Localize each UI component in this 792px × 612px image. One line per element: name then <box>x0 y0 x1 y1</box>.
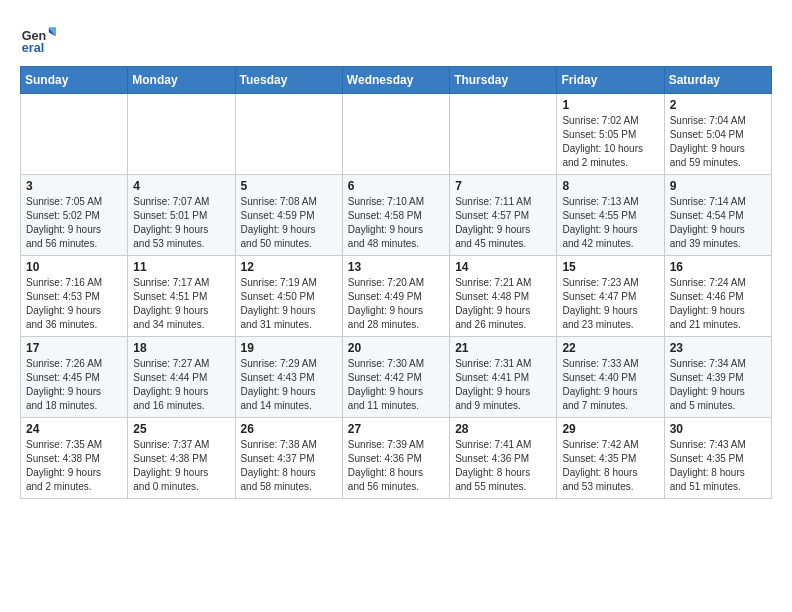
day-number: 14 <box>455 260 551 274</box>
day-number: 11 <box>133 260 229 274</box>
calendar-cell: 1Sunrise: 7:02 AMSunset: 5:05 PMDaylight… <box>557 94 664 175</box>
day-number: 2 <box>670 98 766 112</box>
weekday-header: Saturday <box>664 67 771 94</box>
weekday-header: Tuesday <box>235 67 342 94</box>
day-info: Sunrise: 7:39 AMSunset: 4:36 PMDaylight:… <box>348 438 444 494</box>
calendar-cell: 26Sunrise: 7:38 AMSunset: 4:37 PMDayligh… <box>235 418 342 499</box>
day-number: 27 <box>348 422 444 436</box>
day-number: 5 <box>241 179 337 193</box>
day-number: 7 <box>455 179 551 193</box>
day-info: Sunrise: 7:35 AMSunset: 4:38 PMDaylight:… <box>26 438 122 494</box>
calendar-cell <box>342 94 449 175</box>
calendar-cell: 3Sunrise: 7:05 AMSunset: 5:02 PMDaylight… <box>21 175 128 256</box>
day-info: Sunrise: 7:26 AMSunset: 4:45 PMDaylight:… <box>26 357 122 413</box>
calendar-cell: 29Sunrise: 7:42 AMSunset: 4:35 PMDayligh… <box>557 418 664 499</box>
logo-icon: Gen eral <box>20 20 56 56</box>
day-number: 1 <box>562 98 658 112</box>
day-info: Sunrise: 7:31 AMSunset: 4:41 PMDaylight:… <box>455 357 551 413</box>
calendar-week-row: 3Sunrise: 7:05 AMSunset: 5:02 PMDaylight… <box>21 175 772 256</box>
day-info: Sunrise: 7:29 AMSunset: 4:43 PMDaylight:… <box>241 357 337 413</box>
svg-text:eral: eral <box>22 41 44 55</box>
weekday-header: Wednesday <box>342 67 449 94</box>
calendar-cell: 10Sunrise: 7:16 AMSunset: 4:53 PMDayligh… <box>21 256 128 337</box>
calendar-cell: 15Sunrise: 7:23 AMSunset: 4:47 PMDayligh… <box>557 256 664 337</box>
day-info: Sunrise: 7:11 AMSunset: 4:57 PMDaylight:… <box>455 195 551 251</box>
day-number: 25 <box>133 422 229 436</box>
day-number: 16 <box>670 260 766 274</box>
day-number: 30 <box>670 422 766 436</box>
weekday-header: Sunday <box>21 67 128 94</box>
day-info: Sunrise: 7:07 AMSunset: 5:01 PMDaylight:… <box>133 195 229 251</box>
day-info: Sunrise: 7:13 AMSunset: 4:55 PMDaylight:… <box>562 195 658 251</box>
calendar-cell: 20Sunrise: 7:30 AMSunset: 4:42 PMDayligh… <box>342 337 449 418</box>
day-number: 22 <box>562 341 658 355</box>
calendar-cell: 30Sunrise: 7:43 AMSunset: 4:35 PMDayligh… <box>664 418 771 499</box>
calendar-cell: 5Sunrise: 7:08 AMSunset: 4:59 PMDaylight… <box>235 175 342 256</box>
day-number: 3 <box>26 179 122 193</box>
weekday-header: Thursday <box>450 67 557 94</box>
calendar-cell: 12Sunrise: 7:19 AMSunset: 4:50 PMDayligh… <box>235 256 342 337</box>
weekday-header: Friday <box>557 67 664 94</box>
weekday-header: Monday <box>128 67 235 94</box>
day-number: 21 <box>455 341 551 355</box>
calendar-cell: 13Sunrise: 7:20 AMSunset: 4:49 PMDayligh… <box>342 256 449 337</box>
calendar-cell: 8Sunrise: 7:13 AMSunset: 4:55 PMDaylight… <box>557 175 664 256</box>
calendar-cell: 24Sunrise: 7:35 AMSunset: 4:38 PMDayligh… <box>21 418 128 499</box>
day-number: 19 <box>241 341 337 355</box>
day-info: Sunrise: 7:27 AMSunset: 4:44 PMDaylight:… <box>133 357 229 413</box>
day-number: 6 <box>348 179 444 193</box>
calendar-cell: 25Sunrise: 7:37 AMSunset: 4:38 PMDayligh… <box>128 418 235 499</box>
day-number: 15 <box>562 260 658 274</box>
day-info: Sunrise: 7:19 AMSunset: 4:50 PMDaylight:… <box>241 276 337 332</box>
day-info: Sunrise: 7:42 AMSunset: 4:35 PMDaylight:… <box>562 438 658 494</box>
calendar-cell: 14Sunrise: 7:21 AMSunset: 4:48 PMDayligh… <box>450 256 557 337</box>
calendar-week-row: 24Sunrise: 7:35 AMSunset: 4:38 PMDayligh… <box>21 418 772 499</box>
calendar-cell: 17Sunrise: 7:26 AMSunset: 4:45 PMDayligh… <box>21 337 128 418</box>
calendar-week-row: 10Sunrise: 7:16 AMSunset: 4:53 PMDayligh… <box>21 256 772 337</box>
day-number: 4 <box>133 179 229 193</box>
day-info: Sunrise: 7:30 AMSunset: 4:42 PMDaylight:… <box>348 357 444 413</box>
calendar-cell: 6Sunrise: 7:10 AMSunset: 4:58 PMDaylight… <box>342 175 449 256</box>
calendar-cell <box>128 94 235 175</box>
calendar-cell: 16Sunrise: 7:24 AMSunset: 4:46 PMDayligh… <box>664 256 771 337</box>
day-number: 24 <box>26 422 122 436</box>
day-number: 9 <box>670 179 766 193</box>
day-info: Sunrise: 7:10 AMSunset: 4:58 PMDaylight:… <box>348 195 444 251</box>
logo: Gen eral <box>20 20 60 56</box>
day-number: 10 <box>26 260 122 274</box>
calendar-cell: 28Sunrise: 7:41 AMSunset: 4:36 PMDayligh… <box>450 418 557 499</box>
day-info: Sunrise: 7:23 AMSunset: 4:47 PMDaylight:… <box>562 276 658 332</box>
day-info: Sunrise: 7:24 AMSunset: 4:46 PMDaylight:… <box>670 276 766 332</box>
calendar: SundayMondayTuesdayWednesdayThursdayFrid… <box>20 66 772 499</box>
calendar-cell: 4Sunrise: 7:07 AMSunset: 5:01 PMDaylight… <box>128 175 235 256</box>
day-info: Sunrise: 7:43 AMSunset: 4:35 PMDaylight:… <box>670 438 766 494</box>
day-number: 8 <box>562 179 658 193</box>
calendar-week-row: 17Sunrise: 7:26 AMSunset: 4:45 PMDayligh… <box>21 337 772 418</box>
calendar-cell: 27Sunrise: 7:39 AMSunset: 4:36 PMDayligh… <box>342 418 449 499</box>
calendar-cell: 19Sunrise: 7:29 AMSunset: 4:43 PMDayligh… <box>235 337 342 418</box>
day-number: 26 <box>241 422 337 436</box>
day-number: 23 <box>670 341 766 355</box>
calendar-cell <box>235 94 342 175</box>
day-info: Sunrise: 7:05 AMSunset: 5:02 PMDaylight:… <box>26 195 122 251</box>
day-info: Sunrise: 7:41 AMSunset: 4:36 PMDaylight:… <box>455 438 551 494</box>
day-number: 28 <box>455 422 551 436</box>
calendar-cell <box>450 94 557 175</box>
calendar-cell: 23Sunrise: 7:34 AMSunset: 4:39 PMDayligh… <box>664 337 771 418</box>
calendar-cell: 22Sunrise: 7:33 AMSunset: 4:40 PMDayligh… <box>557 337 664 418</box>
day-info: Sunrise: 7:37 AMSunset: 4:38 PMDaylight:… <box>133 438 229 494</box>
day-info: Sunrise: 7:21 AMSunset: 4:48 PMDaylight:… <box>455 276 551 332</box>
day-number: 12 <box>241 260 337 274</box>
calendar-header-row: SundayMondayTuesdayWednesdayThursdayFrid… <box>21 67 772 94</box>
calendar-cell: 18Sunrise: 7:27 AMSunset: 4:44 PMDayligh… <box>128 337 235 418</box>
calendar-cell: 11Sunrise: 7:17 AMSunset: 4:51 PMDayligh… <box>128 256 235 337</box>
day-info: Sunrise: 7:04 AMSunset: 5:04 PMDaylight:… <box>670 114 766 170</box>
day-info: Sunrise: 7:16 AMSunset: 4:53 PMDaylight:… <box>26 276 122 332</box>
day-number: 18 <box>133 341 229 355</box>
day-info: Sunrise: 7:38 AMSunset: 4:37 PMDaylight:… <box>241 438 337 494</box>
day-number: 20 <box>348 341 444 355</box>
day-info: Sunrise: 7:02 AMSunset: 5:05 PMDaylight:… <box>562 114 658 170</box>
day-info: Sunrise: 7:33 AMSunset: 4:40 PMDaylight:… <box>562 357 658 413</box>
page-header: Gen eral <box>20 20 772 56</box>
calendar-cell <box>21 94 128 175</box>
